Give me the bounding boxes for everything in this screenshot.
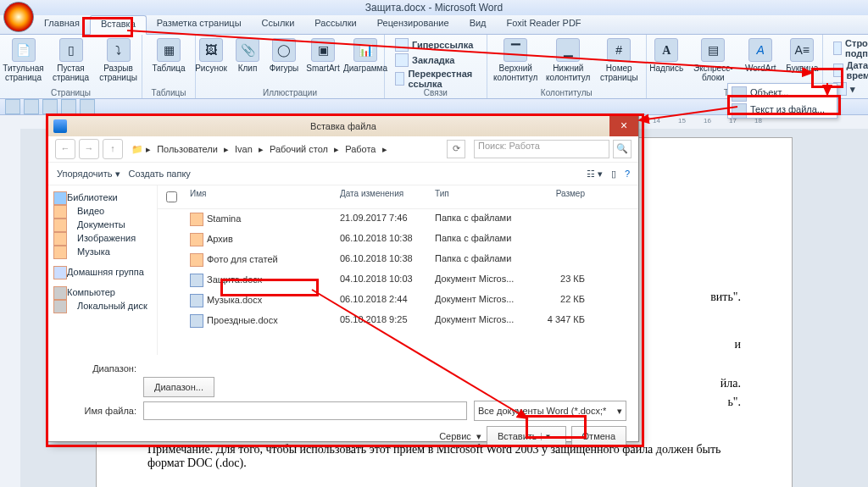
tab-foxit[interactable]: Foxit Reader PDF	[497, 15, 592, 34]
title-bar: Защита.docx - Microsoft Word	[0, 0, 868, 15]
file-list: Имя Дата изменения Тип Размер Stamina21.…	[158, 185, 638, 355]
nav-back[interactable]: ←	[55, 139, 75, 159]
tree-video[interactable]: Видео	[52, 204, 153, 218]
group-tables-label: Таблицы	[142, 86, 195, 98]
tree-disk[interactable]: Локальный диск	[52, 299, 153, 313]
tab-mail[interactable]: Рассылки	[304, 15, 366, 34]
col-date[interactable]: Дата изменения	[335, 185, 430, 208]
preview-button[interactable]: ▯	[611, 169, 616, 180]
help-button[interactable]: ?	[625, 169, 630, 179]
tree-libraries[interactable]: Библиотеки	[52, 191, 153, 204]
sigline-button[interactable]: Строка подписи	[833, 38, 868, 58]
group-hf-label: Колонтитулы	[487, 86, 646, 98]
dialog-title: Вставка файла ×	[48, 116, 638, 136]
object-menu: Объект... Текст из файла...	[727, 83, 837, 119]
file-row[interactable]: Музыка.docx06.10.2018 2:44Документ Micro…	[158, 291, 638, 311]
file-row[interactable]: Проездные.docx05.10.2018 9:25Документ Mi…	[158, 311, 638, 331]
group-illus-label: Иллюстрации	[196, 86, 384, 98]
refresh-button[interactable]: ⟳	[447, 140, 465, 158]
cover-page-button[interactable]: 📄Титульная страница	[1, 36, 47, 84]
tree-homegroup[interactable]: Домашняя группа	[52, 265, 153, 279]
tab-layout[interactable]: Разметка страницы	[147, 15, 252, 34]
col-size[interactable]: Размер	[529, 185, 590, 208]
save-icon[interactable]	[5, 99, 20, 114]
chart-button[interactable]: 📊Диаграмма	[343, 36, 387, 75]
search-button[interactable]: 🔍	[613, 140, 632, 158]
smartart-button[interactable]: ▣SmartArt	[304, 36, 342, 75]
picture-button[interactable]: 🖼Рисунок	[192, 36, 230, 75]
tab-review[interactable]: Рецензирование	[367, 15, 459, 34]
insert-button[interactable]: Вставить▼	[487, 426, 566, 446]
textbox-button[interactable]: AНадпись	[647, 36, 686, 75]
nav-fwd[interactable]: →	[79, 139, 99, 159]
nav-tree[interactable]: Библиотеки Видео Документы Изображения М…	[48, 185, 158, 355]
menu-object[interactable]: Объект...	[728, 84, 837, 101]
redo-icon[interactable]	[42, 99, 58, 114]
service-button[interactable]: Сервис ▾	[439, 431, 481, 442]
pagenum-button[interactable]: #Номер страницы	[595, 36, 643, 84]
newfolder-button[interactable]: Создать папку	[129, 169, 191, 179]
filetype-select[interactable]: Все документы Word (*.docx;*▾	[474, 401, 626, 421]
qat-icon[interactable]	[61, 99, 76, 114]
page-break-button[interactable]: ⤵Разрыв страницы	[96, 36, 142, 84]
tree-docs[interactable]: Документы	[52, 218, 153, 231]
qat-icon[interactable]	[80, 99, 95, 114]
nav-up[interactable]: ↑	[103, 139, 123, 159]
file-row[interactable]: Фото для статей06.10.2018 10:38Папка с ф…	[158, 250, 638, 270]
filename-input[interactable]	[143, 401, 467, 420]
col-type[interactable]: Тип	[430, 185, 529, 208]
dropcap-button[interactable]: A≡Буквица	[782, 36, 821, 75]
hyperlink-button[interactable]: Гиперссылка	[395, 38, 476, 52]
file-row[interactable]: Архив06.10.2018 10:38Папка с файлами	[158, 230, 638, 250]
wordart-button[interactable]: AWordArt	[740, 36, 781, 75]
bookmark-button[interactable]: Закладка	[395, 53, 476, 67]
close-button[interactable]: ×	[609, 116, 638, 136]
object-dropdown[interactable]: ▾	[833, 82, 868, 96]
view-button[interactable]: ☷ ▾	[587, 169, 603, 180]
tab-insert[interactable]: Вставка	[90, 15, 147, 35]
table-button[interactable]: ▦Таблица	[146, 36, 192, 75]
office-button[interactable]	[3, 2, 34, 32]
tab-home[interactable]: Главная	[34, 15, 90, 34]
blank-page-button[interactable]: ▯Пустая страница	[48, 36, 94, 84]
quickparts-button[interactable]: ▤Экспресс-блоки	[687, 36, 738, 84]
cancel-button[interactable]: Отмена	[571, 426, 626, 446]
undo-icon[interactable]	[24, 99, 39, 114]
group-pages-label: Страницы	[0, 86, 142, 98]
select-all-checkbox[interactable]	[166, 191, 177, 202]
footer-button[interactable]: ▁Нижний колонтитул	[542, 36, 593, 84]
breadcrumb[interactable]: 📁 ▸ Пользователи ▸ Ivan ▸ Рабочий стол ▸…	[126, 144, 443, 155]
tab-view[interactable]: Вид	[459, 15, 497, 34]
dialog-icon	[53, 119, 67, 133]
header-button[interactable]: ▔Верхний колонтитул	[490, 36, 541, 84]
organize-button[interactable]: Упорядочить ▾	[57, 169, 120, 180]
search-input[interactable]: Поиск: Работа	[474, 140, 609, 158]
tree-music[interactable]: Музыка	[52, 245, 153, 258]
clip-button[interactable]: 📎Клип	[231, 36, 264, 75]
file-row[interactable]: Stamina21.09.2017 7:46Папка с файлами	[158, 209, 638, 230]
insert-file-dialog: Вставка файла × ← → ↑ 📁 ▸ Пользователи ▸…	[47, 115, 639, 442]
tab-refs[interactable]: Ссылки	[252, 15, 305, 34]
ribbon-tabs: Главная Вставка Разметка страницы Ссылки…	[0, 15, 868, 35]
range-button[interactable]: Диапазон...	[143, 377, 214, 397]
menu-text-from-file[interactable]: Текст из файла...	[728, 101, 837, 118]
shapes-button[interactable]: ◯Фигуры	[265, 36, 303, 75]
tree-img[interactable]: Изображения	[52, 231, 153, 245]
vertical-ruler	[0, 129, 21, 487]
col-name[interactable]: Имя	[185, 185, 335, 208]
group-links-label: Связи	[385, 86, 487, 98]
tree-computer[interactable]: Компьютер	[52, 285, 153, 299]
datetime-button[interactable]: Дата и время	[833, 60, 868, 80]
file-row[interactable]: Защита.docx04.10.2018 10:03Документ Micr…	[158, 270, 638, 291]
